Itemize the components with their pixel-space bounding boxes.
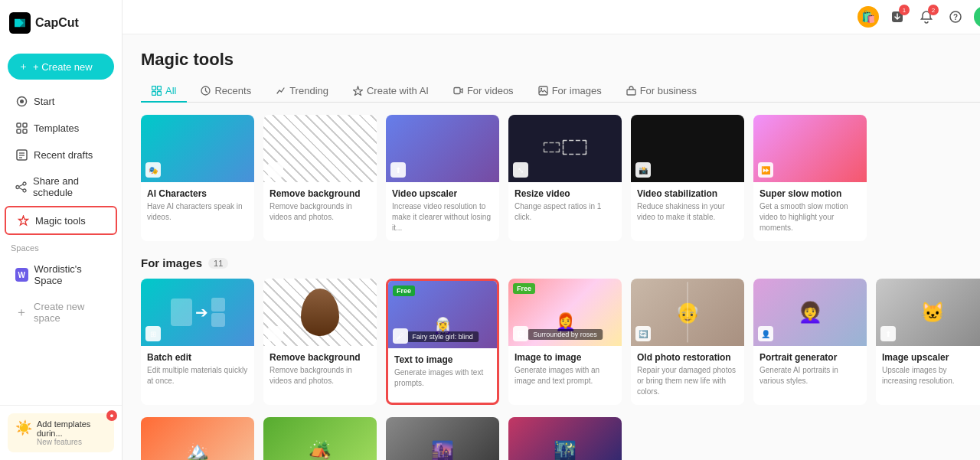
svg-rect-30 (627, 90, 635, 95)
portrait-generator-overlay-icon: 👤 (758, 326, 773, 341)
card-video-stabilization[interactable]: 📸 Video stabilization Reduce shakiness i… (631, 115, 744, 241)
sidebar-item-wordistic[interactable]: W Wordistic's Space (5, 256, 117, 293)
svg-point-11 (23, 182, 26, 185)
svg-point-2 (20, 100, 24, 103)
create-new-button[interactable]: ＋ + Create new (8, 54, 114, 80)
card-text-to-image[interactable]: Free 🧝‍♀️ Fairy style girl: blind 🖋 Text… (386, 279, 499, 405)
main-content: Magic tools All Recents Trending Create … (122, 34, 980, 460)
sidebar-item-magic-tools[interactable]: Magic tools (5, 206, 117, 235)
sidebar-item-templates-label: Templates (34, 122, 79, 134)
video-stab-overlay-icon: 📸 (635, 162, 651, 178)
text-to-image-caption: Fairy style girl: blind (407, 331, 479, 342)
tab-create-with-ai[interactable]: Create with AI (342, 80, 439, 103)
card-old-photo-restoration[interactable]: 👴 🔄 Old photo restoration Repair your da… (631, 279, 744, 405)
resize-video-title: Resize video (514, 188, 616, 199)
batch-edit-overlay-icon: ⊞ (145, 326, 161, 341)
sidebar-item-share-schedule[interactable]: Share and schedule (5, 168, 117, 205)
image-upscaler-desc: Upscale images by increasing resolution. (882, 365, 980, 387)
tab-trending-label: Trending (289, 85, 328, 96)
notification-icon: ☀️ (15, 419, 32, 436)
video-upscaler-overlay-icon: ⬆ (390, 162, 406, 178)
help-icon-button[interactable]: ? (945, 6, 966, 28)
card-ai-characters[interactable]: 🎭 AI Characters Have AI characters speak… (141, 115, 254, 241)
user-avatar[interactable] (974, 6, 980, 28)
card-portrait-generator[interactable]: 👩‍🦱 👤 Portrait generator Generate AI por… (753, 279, 867, 405)
video-upscaler-desc: Increase video resolution to make it cle… (392, 201, 493, 233)
card-image-upscaler[interactable]: 🐱 ⬆ Image upscaler Upscale images by inc… (876, 279, 980, 405)
text-to-image-desc: Generate images with text prompts. (394, 367, 491, 389)
create-space-icon: ＋ (15, 306, 28, 318)
ai-characters-desc: Have AI characters speak in videos. (147, 201, 248, 223)
remove-bg-video-overlay-icon: ✂ (268, 162, 283, 178)
templates-icon (15, 122, 28, 134)
card-remove-bg-video[interactable]: ✂ Remove background Remove backgrounds i… (263, 115, 377, 241)
template-notification[interactable]: ☀️ Add templates durin... New features ● (8, 413, 114, 452)
card-low-light-enhancer[interactable]: 🌃 💡 Low-light image enhancer Improve low… (508, 417, 622, 460)
tab-for-videos[interactable]: For videos (443, 80, 524, 103)
notif-sub: New features (37, 438, 106, 446)
sidebar-item-start-label: Start (34, 96, 54, 107)
tab-trending[interactable]: Trending (265, 80, 339, 103)
old-photo-title: Old photo restoration (637, 352, 738, 363)
old-photo-overlay-icon: 🔄 (635, 326, 651, 341)
sidebar-item-create-space[interactable]: ＋ Create new space (5, 294, 117, 331)
super-slow-title: Super slow motion (760, 188, 861, 199)
sidebar-item-start[interactable]: Start (5, 88, 117, 114)
card-image-to-image[interactable]: Free 👩‍🦰 Surrounded by roses 🖼 Image to … (508, 279, 622, 405)
image-to-image-desc: Generate images with an image and text p… (514, 365, 616, 387)
tab-recents[interactable]: Recents (190, 80, 262, 103)
for-images-section-title: For images 11 (141, 256, 980, 269)
tab-for-images[interactable]: For images (528, 80, 612, 103)
image-to-image-overlay-icon: 🖼 (513, 326, 528, 341)
download-icon-button[interactable]: 1 (887, 6, 908, 28)
card-super-slow-motion[interactable]: ⏩ Super slow motion Get a smooth slow mo… (753, 115, 867, 241)
image-to-image-caption: Surrounded by roses (528, 329, 603, 340)
card-batch-edit[interactable]: ➔ ⊞ Batch edit Edit multiple materials q… (141, 279, 254, 405)
portrait-generator-title: Portrait generator (760, 352, 861, 363)
header-bar: 🛍️ 1 2 ? (122, 0, 980, 34)
card-resize-video[interactable]: ⤡ Resize video Change aspect ratios in 1… (508, 115, 622, 241)
video-tools-row: 🎭 AI Characters Have AI characters speak… (141, 115, 980, 241)
app-logo[interactable]: CapCut (0, 0, 122, 46)
sidebar-item-magic-tools-label: Magic tools (35, 215, 86, 227)
svg-rect-3 (17, 123, 21, 127)
image-to-image-title: Image to image (514, 352, 616, 363)
old-photo-desc: Repair your damaged photos or bring them… (637, 365, 738, 397)
for-images-count: 11 (208, 258, 228, 269)
page-title: Magic tools (141, 50, 980, 70)
sidebar-item-share-label: Share and schedule (33, 175, 106, 198)
store-icon-button[interactable]: 🛍️ (858, 6, 879, 28)
remove-bg-video-desc: Remove backgrounds in videos and photos. (270, 201, 371, 223)
sidebar-item-templates[interactable]: Templates (5, 115, 117, 141)
tab-for-business-label: For business (640, 85, 697, 96)
start-icon (15, 95, 28, 107)
notif-badge: ● (106, 410, 117, 421)
share-icon (15, 181, 27, 193)
svg-point-13 (23, 189, 26, 192)
download-badge: 1 (899, 5, 910, 15)
tab-for-images-label: For images (552, 85, 602, 96)
card-image-style-transfer[interactable]: 🏔️ 🎨 Image style transfer Convert your i… (141, 417, 254, 460)
resize-video-desc: Change aspect ratios in 1 click. (514, 201, 616, 223)
tabs-bar: All Recents Trending Create with AI For … (141, 80, 980, 103)
for-images-label: For images (141, 256, 202, 269)
image-upscaler-overlay-icon: ⬆ (880, 326, 896, 341)
card-remove-bg-img[interactable]: ✂ Remove background Remove backgrounds i… (263, 279, 377, 405)
svg-point-29 (540, 88, 541, 90)
ai-characters-title: AI Characters (147, 188, 248, 199)
tab-for-business[interactable]: For business (616, 80, 707, 103)
sidebar-item-recent-drafts[interactable]: Recent drafts (5, 142, 117, 168)
svg-rect-23 (158, 86, 162, 90)
recent-drafts-icon (15, 148, 28, 161)
sidebar: CapCut ＋ + Create new Start Templates Re… (0, 0, 122, 460)
card-video-upscaler[interactable]: ⬆ Video upscaler Increase video resoluti… (386, 115, 499, 241)
tab-all-label: All (165, 85, 176, 96)
notif-main: Add templates durin... (37, 419, 106, 438)
tab-for-videos-label: For videos (467, 85, 514, 96)
magic-tools-icon (17, 214, 29, 227)
bell-icon-button[interactable]: 2 (916, 6, 937, 28)
card-ai-color-correction[interactable]: 🏕️ 🎨 AI color correction Adjust your ima… (263, 417, 377, 460)
tab-all[interactable]: All (141, 80, 187, 103)
spaces-label: Spaces (0, 236, 122, 256)
card-photo-colorizer[interactable]: 🌆 🖌 Photo colorizer Colorize your black … (386, 417, 499, 460)
